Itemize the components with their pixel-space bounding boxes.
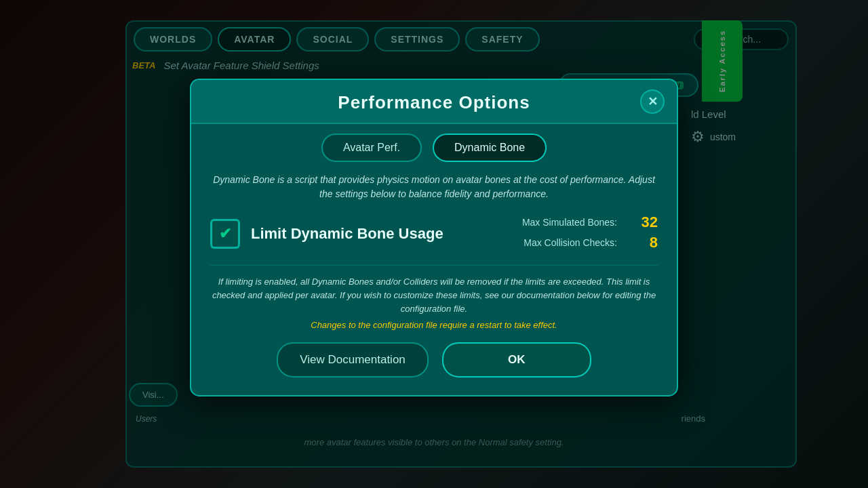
view-docs-label: View Documentation	[300, 353, 406, 366]
close-button[interactable]: ✕	[640, 89, 665, 113]
dynamic-bone-description: Dynamic Bone is a script that provides p…	[210, 173, 658, 201]
performance-options-modal: Performance Options ✕ Avatar Perf. Dynam…	[190, 79, 678, 396]
info-paragraph: If limiting is enabled, all Dynamic Bone…	[210, 275, 658, 316]
close-icon: ✕	[648, 94, 658, 108]
modal-title: Performance Options	[338, 92, 530, 113]
limit-checkbox[interactable]: ✔	[210, 219, 240, 249]
limit-row: ✔ Limit Dynamic Bone Usage Max Simulated…	[210, 214, 658, 254]
view-documentation-button[interactable]: View Documentation	[277, 342, 429, 378]
modal-header: Performance Options ✕	[191, 80, 677, 124]
warning-text: Changes to the configuration file requir…	[210, 320, 658, 330]
divider	[210, 265, 658, 266]
tab-row: Avatar Perf. Dynamic Bone	[191, 124, 677, 162]
stat-simulated-bones: Max Simulated Bones: 32	[522, 214, 658, 231]
tab-avatar-perf[interactable]: Avatar Perf.	[321, 134, 422, 162]
ok-label: OK	[508, 353, 526, 366]
stat-collision-checks: Max Collision Checks: 8	[522, 234, 658, 251]
ok-button[interactable]: OK	[442, 342, 591, 378]
checkmark-icon: ✔	[219, 225, 231, 243]
collision-checks-label: Max Collision Checks:	[524, 237, 617, 248]
limit-label: Limit Dynamic Bone Usage	[251, 225, 511, 243]
simulated-bones-label: Max Simulated Bones:	[522, 217, 617, 228]
modal-body: Dynamic Bone is a script that provides p…	[191, 162, 677, 395]
collision-checks-value: 8	[631, 234, 658, 251]
simulated-bones-value: 32	[631, 214, 658, 231]
tab-dynamic-bone[interactable]: Dynamic Bone	[433, 134, 547, 162]
button-row: View Documentation OK	[210, 342, 658, 382]
stats-area: Max Simulated Bones: 32 Max Collision Ch…	[522, 214, 658, 254]
